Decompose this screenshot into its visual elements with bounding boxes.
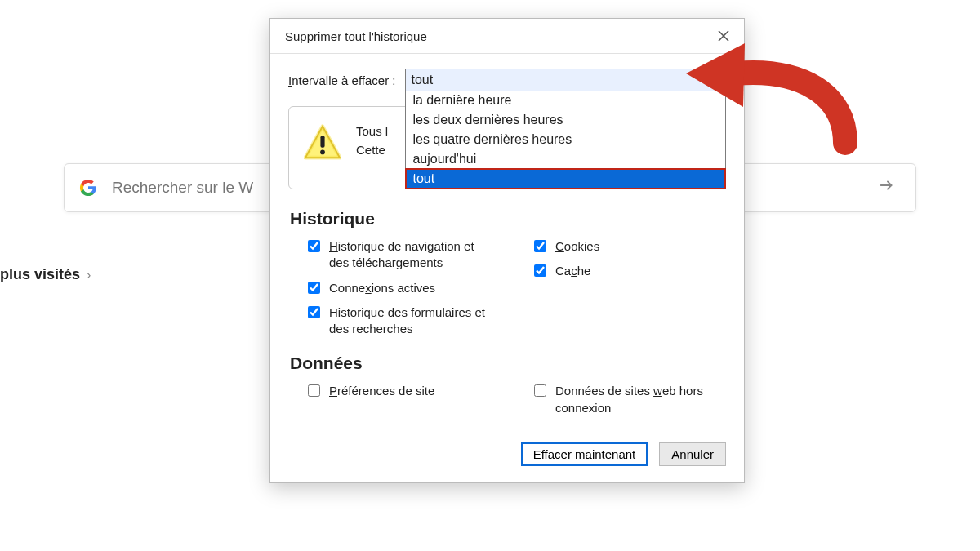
interval-select-value: tout xyxy=(411,73,433,87)
cancel-button[interactable]: Annuler xyxy=(659,442,726,466)
check-browsing-history-box[interactable] xyxy=(308,240,320,252)
google-icon xyxy=(79,179,97,197)
check-cookies[interactable]: Cookies xyxy=(531,238,719,255)
check-browsing-history[interactable]: Historique de navigation et des téléchar… xyxy=(305,238,492,272)
interval-option[interactable]: les deux dernières heures xyxy=(406,110,725,130)
chevron-right-icon: › xyxy=(87,268,91,282)
dialog-titlebar: Supprimer tout l'historique xyxy=(270,19,744,54)
check-cookies-box[interactable] xyxy=(534,240,546,252)
interval-label: Intervalle à effacer : xyxy=(288,73,395,87)
most-visited-link[interactable]: plus visités › xyxy=(0,266,91,283)
interval-option[interactable]: la dernière heure xyxy=(406,91,725,110)
dialog-title: Supprimer tout l'historique xyxy=(285,29,427,43)
check-form-history-box[interactable] xyxy=(308,306,320,318)
interval-option[interactable]: les quatre dernières heures xyxy=(406,130,725,149)
svg-point-6 xyxy=(320,150,325,155)
check-cache[interactable]: Cache xyxy=(531,263,719,279)
interval-option[interactable]: aujourd'hui xyxy=(406,149,725,169)
warning-text: Tous l Cette xyxy=(356,122,388,160)
svg-rect-5 xyxy=(320,136,324,147)
search-go-icon[interactable] xyxy=(873,173,901,202)
close-icon xyxy=(718,30,729,42)
check-active-connections[interactable]: Connexions actives xyxy=(305,280,492,296)
section-data: Données xyxy=(290,353,724,373)
clear-now-button[interactable]: Effacer maintenant xyxy=(521,442,648,466)
check-form-history[interactable]: Historique des formulaires et des recher… xyxy=(305,304,492,338)
check-site-prefs[interactable]: Préférences de site xyxy=(305,383,492,399)
check-offline-data-box[interactable] xyxy=(534,384,546,397)
interval-option-selected[interactable]: tout xyxy=(406,169,725,189)
most-visited-label: plus visités xyxy=(0,266,80,283)
interval-dropdown: la dernière heure les deux dernières heu… xyxy=(405,91,726,189)
interval-select[interactable]: tout xyxy=(405,69,726,91)
check-offline-data[interactable]: Données de sites web hors connexion xyxy=(531,383,719,416)
check-cache-box[interactable] xyxy=(534,264,546,277)
check-site-prefs-box[interactable] xyxy=(308,384,320,397)
section-history: Historique xyxy=(290,209,724,229)
warning-icon xyxy=(304,123,341,163)
check-active-connections-box[interactable] xyxy=(308,282,320,294)
close-button[interactable] xyxy=(715,27,733,45)
clear-history-dialog: Supprimer tout l'historique Intervalle à… xyxy=(270,18,745,483)
